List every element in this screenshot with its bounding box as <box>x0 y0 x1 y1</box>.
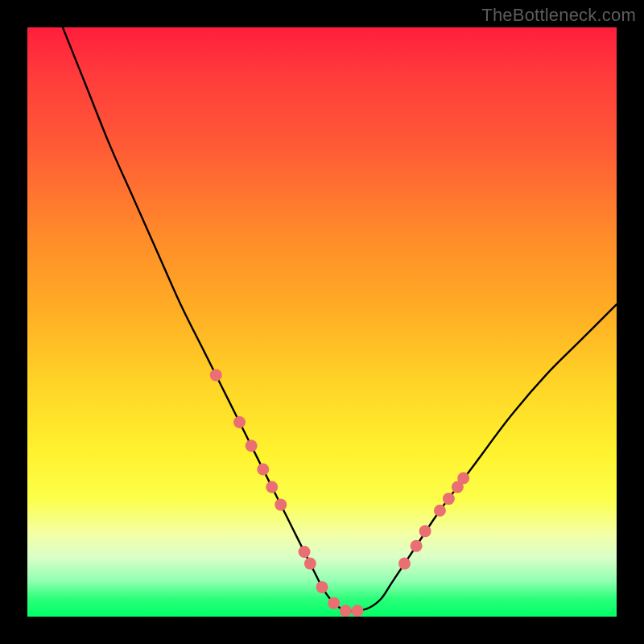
curve-marker <box>457 472 469 484</box>
curve-marker <box>275 498 287 510</box>
curve-marker <box>316 581 328 593</box>
curve-marker <box>233 416 246 428</box>
curve-marker <box>419 525 431 537</box>
curve-marker <box>328 597 340 609</box>
curve-marker <box>434 505 446 517</box>
bottleneck-curve <box>63 27 617 611</box>
curve-marker <box>351 605 363 617</box>
curve-marker <box>340 605 352 617</box>
curve-marker <box>411 540 423 552</box>
curve-marker <box>304 558 316 570</box>
curve-marker <box>257 464 269 476</box>
curve-marker <box>266 481 278 493</box>
curve-marker <box>398 558 411 570</box>
curve-markers <box>210 369 469 617</box>
watermark-text: TheBottleneck.com <box>481 5 636 26</box>
curve-marker <box>246 440 258 452</box>
chart-svg <box>27 27 617 617</box>
curve-marker <box>443 493 455 505</box>
curve-marker <box>210 369 222 381</box>
chart-frame: TheBottleneck.com <box>0 0 644 644</box>
curve-marker <box>299 546 311 558</box>
plot-area <box>27 27 617 617</box>
